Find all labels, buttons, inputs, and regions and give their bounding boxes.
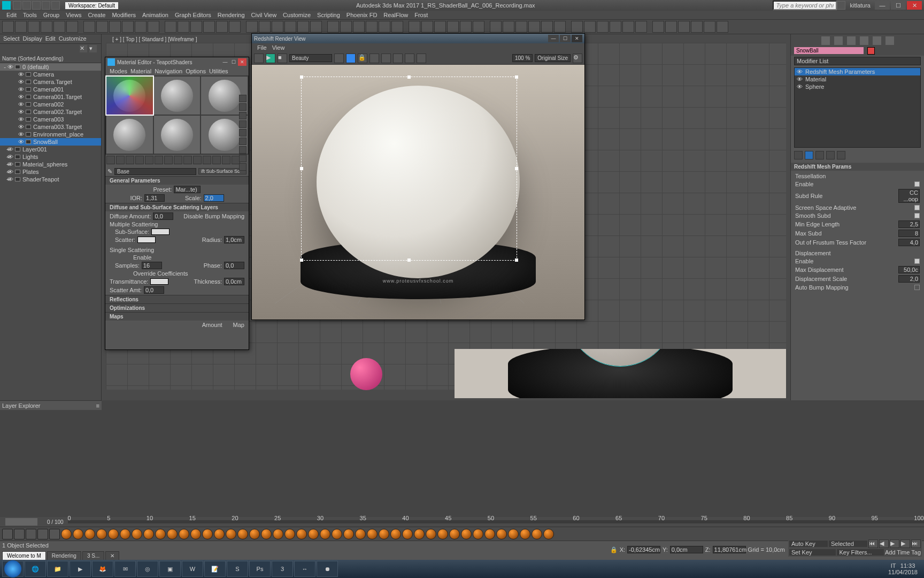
modifier-sphere[interactable]: 👁Sphere <box>795 83 920 90</box>
qat-undo-icon[interactable] <box>42 1 50 10</box>
toolbar-button-27[interactable] <box>366 21 378 33</box>
modify-tab-icon[interactable] <box>834 36 843 45</box>
toolbar-button-25[interactable] <box>340 21 352 33</box>
prev-frame-icon[interactable]: ◀ <box>879 539 889 548</box>
viewport-perspective[interactable] <box>455 349 786 398</box>
start-button[interactable] <box>2 561 24 577</box>
toolbar-button-5[interactable] <box>66 21 78 33</box>
toolbar-button-40[interactable] <box>541 21 553 33</box>
fx-btn-20[interactable] <box>296 529 307 539</box>
viewport-gizmo-sphere[interactable] <box>350 358 382 390</box>
outline-item-0-default-[interactable]: -👁0 (default) <box>0 63 101 71</box>
material-slot-1[interactable] <box>106 77 153 115</box>
rv-save-icon[interactable] <box>405 54 414 63</box>
menu-graph-editors[interactable]: Graph Editors <box>173 12 213 18</box>
utilities-tab-icon[interactable] <box>886 36 894 45</box>
fx-btn-6[interactable] <box>132 529 142 539</box>
rv-snapshot-icon[interactable] <box>369 54 379 63</box>
ior-spinner[interactable]: 1,31 <box>144 194 165 202</box>
rv-aov-dropdown[interactable]: Beauty <box>289 54 332 62</box>
material-slot-4[interactable] <box>106 116 153 154</box>
toolbar-button-2[interactable] <box>28 21 40 33</box>
disp-enable-checkbox[interactable] <box>914 258 920 264</box>
taskbar-ps-icon[interactable]: Ps <box>249 561 271 577</box>
render-region-marquee[interactable] <box>301 77 517 261</box>
fx-btn-37[interactable] <box>496 529 507 539</box>
reflections-header[interactable]: Reflections <box>105 295 249 303</box>
fx-btn-32[interactable] <box>437 529 448 539</box>
rv-freeze-icon[interactable] <box>381 54 391 63</box>
matedit-hbtn-1[interactable] <box>116 156 125 164</box>
min-edge-spinner[interactable]: 2,5 <box>898 220 920 228</box>
auto-bump-checkbox[interactable] <box>914 285 920 290</box>
matedit-menu-modes[interactable]: Modes <box>110 68 127 74</box>
tab-rendering[interactable]: Rendering <box>47 551 81 560</box>
max-disp-spinner[interactable]: 50,0c <box>898 266 920 273</box>
remove-modifier-icon[interactable] <box>826 151 835 159</box>
samples-spinner[interactable]: 16 <box>142 262 162 269</box>
toolbar-button-46[interactable] <box>622 21 634 33</box>
toolbar-button-42[interactable] <box>571 21 583 33</box>
matedit-sidebtn-1[interactable] <box>239 103 247 111</box>
transport-btn-2[interactable] <box>26 529 36 539</box>
toolbar-button-7[interactable] <box>96 21 108 33</box>
scene-tab-select[interactable]: Select <box>3 35 20 42</box>
fx-btn-23[interactable] <box>332 529 342 539</box>
motion-tab-icon[interactable] <box>860 36 868 45</box>
toolbar-button-3[interactable] <box>41 21 52 33</box>
toolbar-button-22[interactable] <box>297 21 309 33</box>
matedit-hbtn-5[interactable] <box>155 156 163 164</box>
search-input[interactable] <box>773 1 837 10</box>
rv-compare-icon[interactable] <box>417 54 426 63</box>
outline-item-camera002[interactable]: 👁Camera002 <box>0 101 101 108</box>
fx-btn-35[interactable] <box>473 529 483 539</box>
fx-btn-18[interactable] <box>273 529 283 539</box>
fx-btn-0[interactable] <box>61 529 72 539</box>
toolbar-button-18[interactable] <box>246 21 258 33</box>
matedit-hbtn-7[interactable] <box>174 156 182 164</box>
rv-minimize-button[interactable]: — <box>548 35 559 42</box>
fx-btn-38[interactable] <box>508 529 519 539</box>
fx-btn-41[interactable] <box>543 529 554 539</box>
rv-maximize-button[interactable]: ☐ <box>560 35 571 42</box>
matedit-hbtn-12[interactable] <box>222 156 230 164</box>
general-params-header[interactable]: General Parameters <box>105 177 249 185</box>
taskbar-chrome-icon[interactable]: ◎ <box>137 561 158 577</box>
rv-lock-icon[interactable]: 🔒 <box>358 54 367 63</box>
qat-save-icon[interactable] <box>32 1 41 10</box>
matedit-hbtn-3[interactable] <box>135 156 144 164</box>
outline-item-material-spheres[interactable]: +👁Material_spheres <box>0 161 101 168</box>
fx-btn-39[interactable] <box>520 529 530 539</box>
qat-redo-icon[interactable] <box>51 1 60 10</box>
next-frame-icon[interactable]: ▶ <box>900 539 910 548</box>
lock-selection-icon[interactable]: 🔒 <box>610 546 618 553</box>
material-sample-slots[interactable] <box>105 75 249 155</box>
rollout-header[interactable]: Redshift Mesh Params <box>791 163 924 171</box>
object-color-swatch[interactable] <box>867 47 875 55</box>
toolbar-button-9[interactable] <box>122 21 134 33</box>
toolbar-button-45[interactable] <box>610 21 621 33</box>
goto-end-icon[interactable]: ⏭ <box>911 539 921 548</box>
toolbar-button-37[interactable] <box>503 21 514 33</box>
toolbar-button-29[interactable] <box>391 21 403 33</box>
taskbar-recorder-icon[interactable]: ⏺ <box>317 561 338 577</box>
fx-btn-7[interactable] <box>143 529 154 539</box>
rv-play-icon[interactable]: ▶ <box>266 54 275 63</box>
object-name-field[interactable]: SnowBall <box>794 47 864 54</box>
outline-item-shaderteapot[interactable]: +👁ShaderTeapot <box>0 176 101 183</box>
menu-customize[interactable]: Customize <box>281 12 313 18</box>
system-tray-clock[interactable]: IT 11:33 11/04/2018 <box>884 562 922 575</box>
outline-item-camera003-target[interactable]: 👁Camera003.Target <box>0 123 101 131</box>
filter-funnel-icon[interactable]: ▾ <box>89 45 97 52</box>
material-slot-2[interactable] <box>154 77 201 115</box>
disp-scale-spinner[interactable]: 2,0 <box>898 275 920 283</box>
maps-header[interactable]: Maps <box>105 313 249 321</box>
fx-btn-15[interactable] <box>237 529 248 539</box>
fx-btn-36[interactable] <box>484 529 495 539</box>
rv-ipr-icon[interactable] <box>346 54 356 63</box>
diffuse-sss-header[interactable]: Diffuse and Sub-Surface Scattering Layer… <box>105 203 249 211</box>
toolbar-button-24[interactable] <box>327 21 339 33</box>
scene-tab-display[interactable]: Display <box>23 35 42 42</box>
taskbar-player-icon[interactable]: ▶ <box>70 561 91 577</box>
key-filters-button[interactable]: Key Filters... <box>837 549 883 556</box>
